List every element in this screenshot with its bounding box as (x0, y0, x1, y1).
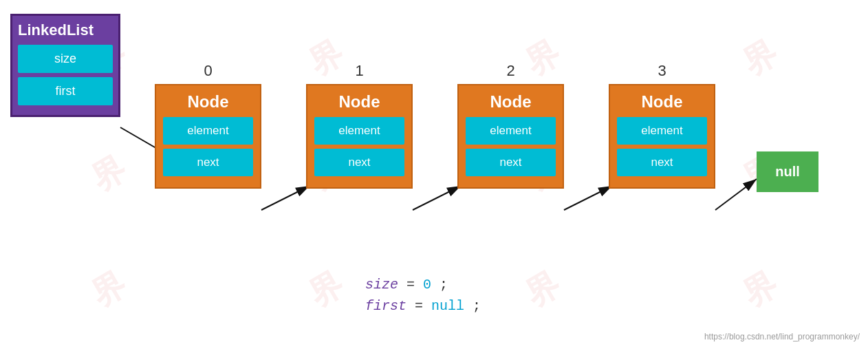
node-3-next: next (617, 149, 707, 176)
node-0-wrapper: 0 Node element next (155, 62, 261, 189)
node-3-title: Node (617, 92, 707, 112)
code-first-semi: ; (473, 298, 481, 314)
node-0-title: Node (163, 92, 253, 112)
svg-line-4 (564, 186, 612, 210)
node-2-title: Node (466, 92, 556, 112)
code-first-equals: = (415, 298, 431, 314)
linkedlist-title: LinkedList (18, 21, 113, 39)
node-1-wrapper: 1 Node element next (306, 62, 413, 189)
node-1-next: next (314, 149, 404, 176)
node-1-index: 1 (306, 62, 413, 80)
node-1-element: element (314, 117, 404, 145)
diagram-container: 界 界 界 界 界 界 界 界 界 界 界 界 LinkedList size … (0, 0, 868, 347)
node-3-element: element (617, 117, 707, 145)
node-1-title: Node (314, 92, 404, 112)
node-0-next: next (163, 149, 253, 176)
node-2-box: Node element next (457, 84, 564, 189)
node-2-element: element (466, 117, 556, 145)
node-2-wrapper: 2 Node element next (457, 62, 564, 189)
code-first-keyword: first (365, 298, 406, 314)
site-credit: https://blog.csdn.net/lind_programmonkey… (704, 332, 860, 341)
node-0-element: element (163, 117, 253, 145)
code-section: size = 0 ; first = null ; (365, 277, 481, 319)
code-line-size: size = 0 ; (365, 277, 481, 293)
linkedlist-box: LinkedList size first (10, 14, 120, 117)
svg-line-5 (715, 179, 757, 210)
svg-line-3 (413, 186, 461, 210)
node-3-index: 3 (609, 62, 715, 80)
node-2-index: 2 (457, 62, 564, 80)
linkedlist-field-size: size (18, 45, 113, 73)
node-3-box: Node element next (609, 84, 715, 189)
node-2-next: next (466, 149, 556, 176)
null-box: null (757, 151, 818, 192)
node-0-index: 0 (155, 62, 261, 80)
node-0-box: Node element next (155, 84, 261, 189)
code-first-value: null (431, 298, 464, 314)
linkedlist-field-first: first (18, 77, 113, 105)
node-1-box: Node element next (306, 84, 413, 189)
svg-line-2 (261, 186, 310, 210)
code-size-value: 0 (423, 277, 431, 293)
code-size-equals: = (406, 277, 423, 293)
code-line-first: first = null ; (365, 298, 481, 314)
code-size-semi: ; (440, 277, 448, 293)
code-size-keyword: size (365, 277, 398, 293)
node-3-wrapper: 3 Node element next (609, 62, 715, 189)
